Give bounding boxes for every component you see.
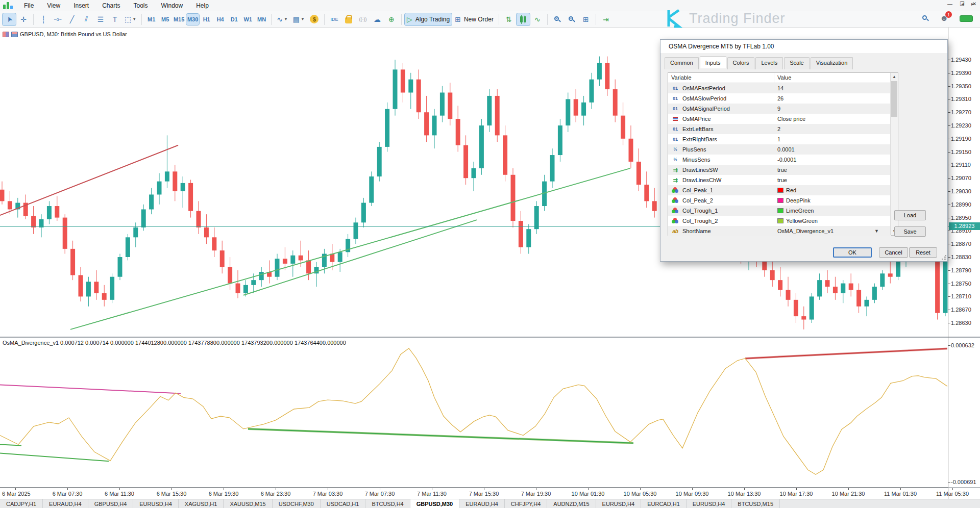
zoom-out-icon[interactable]: − — [565, 13, 578, 26]
param-row[interactable]: abShortNameOsMA_Divergence_v1▼ — [668, 226, 891, 236]
symbol-tab-eurusd-h4[interactable]: EURUSD,H4 — [596, 499, 642, 508]
divergence-trendline[interactable] — [243, 220, 477, 295]
search-icon[interactable] — [922, 15, 928, 21]
param-row[interactable]: ⇉DrawLinesChWtrue — [668, 175, 891, 185]
crosshair-icon[interactable]: ✛ — [17, 13, 30, 26]
dialog-tab-scale[interactable]: Scale — [784, 57, 810, 69]
timeframe-mn[interactable]: MN — [255, 14, 268, 25]
dialog-resize-grip[interactable] — [941, 255, 946, 260]
param-value[interactable]: 14 — [777, 85, 783, 91]
param-value[interactable]: OsMA_Divergence_v1 — [777, 228, 834, 234]
symbol-tab-gbpusd-m30[interactable]: GBPUSD,M30 — [410, 499, 460, 508]
timeframe-m15[interactable]: M15 — [173, 14, 185, 25]
symbol-tab-usdcad-h1[interactable]: USDCAD,H1 — [321, 499, 366, 508]
dialog-close-icon[interactable] — [928, 40, 945, 52]
symbol-tab-eurusd-h4[interactable]: EURUSD,H4 — [133, 499, 179, 508]
timeframe-m5[interactable]: M5 — [159, 14, 172, 25]
param-value[interactable]: DeepPink — [786, 197, 811, 204]
timeframe-h1[interactable]: H1 — [200, 14, 213, 25]
symbol-tab-btcusd-m15[interactable]: BTCUSD,M15 — [731, 499, 780, 508]
horizontal-line-icon[interactable]: −o− — [51, 13, 64, 26]
param-value[interactable]: 26 — [777, 95, 783, 101]
divergence-line[interactable] — [745, 348, 947, 358]
scrollbar-thumb[interactable] — [891, 81, 897, 117]
market-icon[interactable] — [342, 13, 355, 26]
timeframe-m30[interactable]: M30 — [186, 14, 199, 25]
param-row[interactable]: Col_Peak_1Red — [668, 185, 891, 195]
bars-mode-icon[interactable]: ⇅ — [502, 13, 516, 26]
time-axis[interactable]: 6 Mar 20256 Mar 07:306 Mar 11:306 Mar 15… — [0, 488, 948, 499]
profile-icon[interactable]: ☻ 1 — [940, 14, 948, 23]
param-value[interactable]: Red — [786, 187, 796, 193]
divergence-line[interactable] — [248, 429, 633, 443]
dialog-tab-levels[interactable]: Levels — [755, 57, 783, 69]
param-value[interactable]: 2 — [777, 126, 780, 132]
divergence-line[interactable] — [0, 385, 181, 393]
dialog-tab-inputs[interactable]: Inputs — [700, 56, 726, 68]
symbol-tab-euraud-h4[interactable]: EURAUD,H4 — [459, 499, 505, 508]
param-value[interactable]: 0.0001 — [777, 146, 795, 153]
param-row[interactable]: 01OsMAFastPeriod14 — [668, 83, 891, 93]
param-row[interactable]: Col_Trough_1LimeGreen — [668, 206, 891, 216]
symbol-tab-gbpusd-h4[interactable]: GBPUSD,H4 — [88, 499, 134, 508]
symbol-tab-eurcad-h1[interactable]: EURCAD,H1 — [641, 499, 687, 508]
param-row[interactable]: ½MinusSens-0.0001 — [668, 155, 891, 165]
reset-button[interactable]: Reset — [909, 247, 937, 258]
param-value[interactable]: Close price — [777, 116, 805, 122]
dialog-tab-visualization[interactable]: Visualization — [811, 57, 853, 69]
timeframe-m1[interactable]: M1 — [145, 14, 158, 25]
ide-button[interactable]: IDE — [328, 13, 341, 26]
vertical-line-icon[interactable]: ┆ — [37, 13, 50, 26]
menu-file[interactable]: File — [17, 1, 40, 10]
trendline-icon[interactable]: ╱ — [65, 13, 79, 26]
signals-icon[interactable]: ((·)) — [356, 13, 370, 26]
dialog-tab-common[interactable]: Common — [665, 57, 699, 69]
cancel-button[interactable]: Cancel — [879, 247, 908, 258]
param-row[interactable]: Col_Peak_2DeepPink — [668, 195, 891, 206]
param-row[interactable]: 01OsMASlowPeriod26 — [668, 93, 891, 104]
depth-of-market-icon[interactable] — [3, 32, 9, 37]
dollar-icon[interactable]: $ — [308, 13, 321, 26]
ok-button[interactable]: OK — [833, 247, 872, 258]
param-row[interactable]: 01ExtrLeftBars2 — [668, 124, 891, 134]
new-order-button[interactable]: ⊞New Order — [453, 13, 496, 26]
param-value[interactable]: true — [777, 167, 787, 173]
indicators-icon[interactable]: ∿▼ — [275, 13, 290, 26]
minimize-icon[interactable]: — — [946, 1, 953, 7]
divergence-line[interactable] — [0, 453, 109, 461]
menu-window[interactable]: Window — [155, 1, 190, 10]
timeframe-w1[interactable]: W1 — [241, 14, 254, 25]
algo-trading-button[interactable]: ▷Algo Trading — [405, 13, 452, 26]
shapes-icon[interactable]: ⬚▼ — [122, 13, 138, 26]
divergence-trendline[interactable] — [70, 168, 630, 329]
symbol-tab-audnzd-m15[interactable]: AUDNZD,M15 — [547, 499, 596, 508]
cursor-icon[interactable]: ➤ — [3, 13, 16, 26]
param-row[interactable]: OsMAPriceClose price — [668, 114, 891, 124]
symbol-tab-cadjpy-h1[interactable]: CADJPY,H1 — [0, 499, 43, 508]
param-value[interactable]: YellowGreen — [786, 218, 818, 224]
symbol-tab-euraud-h4[interactable]: EURAUD,H4 — [43, 499, 88, 508]
param-value[interactable]: -0.0001 — [777, 157, 796, 163]
param-value[interactable]: LimeGreen — [786, 208, 814, 214]
zoom-in-icon[interactable]: + — [551, 13, 564, 26]
dialog-maximize-icon[interactable] — [910, 40, 927, 52]
menu-view[interactable]: View — [40, 1, 67, 10]
chevron-down-icon[interactable]: ▼ — [874, 228, 879, 234]
menu-charts[interactable]: Charts — [95, 1, 127, 10]
osma-indicator-chart[interactable] — [0, 338, 950, 487]
menu-help[interactable]: Help — [189, 1, 215, 10]
community-icon[interactable]: ⊕ — [385, 13, 398, 26]
param-value[interactable]: 1 — [777, 136, 780, 142]
menu-insert[interactable]: Insert — [67, 1, 95, 10]
text-icon[interactable]: T — [108, 13, 121, 26]
panel-separator[interactable] — [0, 337, 980, 338]
symbol-tab-chfjpy-h4[interactable]: CHFJPY,H4 — [505, 499, 547, 508]
menu-tools[interactable]: Tools — [127, 1, 155, 10]
symbol-tab-btcusd-h4[interactable]: BTCUSD,H4 — [365, 499, 410, 508]
dialog-minimize-icon[interactable] — [891, 40, 909, 52]
param-row[interactable]: 01ExtrRightBars1 — [668, 134, 891, 144]
one-click-trading-icon[interactable] — [11, 32, 18, 37]
timeframe-d1[interactable]: D1 — [228, 14, 240, 25]
fibonacci-icon[interactable]: ☰ — [94, 13, 107, 26]
symbol-tab-xagusd-h1[interactable]: XAGUSD,H1 — [179, 499, 224, 508]
